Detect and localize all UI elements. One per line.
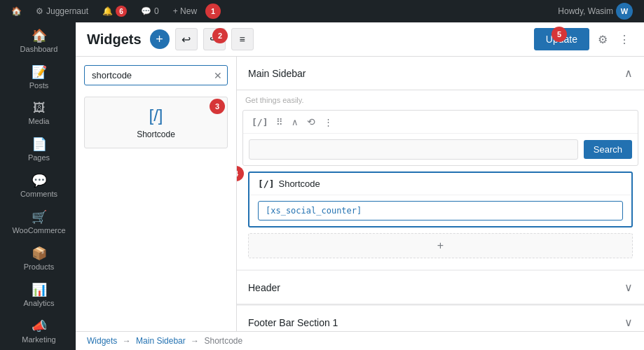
settings-button[interactable]: ⚙ <box>595 30 610 49</box>
transform-button[interactable]: ⟲ <box>304 113 318 130</box>
main-sidebar-title: Main Sidebar <box>248 68 306 79</box>
comments-icon: 💬 <box>32 173 47 188</box>
widget-panel: 3 ✕ [/] Shortcode <box>76 57 237 331</box>
redo-button[interactable]: ↪ <box>203 28 226 50</box>
sidebar-item-analytics[interactable]: 📊 Analytics <box>0 276 76 313</box>
footer-bar-1-section: Footer Bar Section 1 ∨ <box>237 306 644 331</box>
main-layout: 🏠 Dashboard 📝 Posts 🖼 Media 📄 Pages 💬 Co… <box>0 22 644 350</box>
main-sidebar-header[interactable]: Main Sidebar ∧ <box>237 57 644 90</box>
sidebar-item-label: Dashboard <box>20 45 58 53</box>
analytics-icon: 📊 <box>32 282 47 298</box>
sidebar: 🏠 Dashboard 📝 Posts 🖼 Media 📄 Pages 💬 Co… <box>0 22 76 350</box>
sidebar-item-label: Posts <box>29 81 49 90</box>
sidebar-item-dashboard[interactable]: 🏠 Dashboard <box>0 22 76 59</box>
avatar: W <box>616 3 633 20</box>
breadcrumb-shortcode: Shortcode <box>204 336 242 346</box>
sidebar-item-label: Pages <box>28 153 50 162</box>
admin-bar-site[interactable]: ⚙ Juggernaut <box>30 0 94 22</box>
admin-bar-wp[interactable]: 🏠 <box>6 0 27 22</box>
search-widget-toolbar: [/] ⠿ ∧ ⟲ ⋮ <box>243 111 638 134</box>
shortcode-block: 4 [/] Shortcode <box>248 172 633 227</box>
search-widget-block: [/] ⠿ ∧ ⟲ ⋮ Search <box>242 110 638 166</box>
chevron-up-icon: ∧ <box>624 66 633 80</box>
sidebar-item-label: WooCommerce <box>12 226 65 234</box>
footer-bar-1-header[interactable]: Footer Bar Section 1 ∨ <box>237 306 644 331</box>
sidebar-item-label: Products <box>24 262 54 271</box>
sidebar-item-pages[interactable]: 📄 Pages <box>0 131 76 167</box>
sidebar-item-label: Media <box>29 117 50 125</box>
drag-handle-button[interactable]: ⠿ <box>273 114 286 130</box>
sidebar-item-label: Marketing <box>22 335 55 344</box>
dashboard-icon: 🏠 <box>32 28 47 43</box>
sidebar-item-posts[interactable]: 📝 Posts <box>0 59 76 95</box>
pages-icon: 📄 <box>32 136 47 152</box>
top-bar: Widgets + 2 ↩ ↪ ≡ Update ⚙ ⋮ 5 <box>76 22 644 57</box>
woocommerce-icon: 🛒 <box>32 209 47 225</box>
breadcrumb-sep-1: → <box>123 336 131 346</box>
header-section: Header ∨ <box>237 271 644 304</box>
shortcode-block-body <box>249 195 631 226</box>
search-widget-button[interactable]: Search <box>584 140 632 159</box>
posts-icon: 📝 <box>32 64 47 80</box>
annotation-4: 4 <box>237 166 244 181</box>
comment-count: 0 <box>154 6 159 16</box>
sidebar-item-marketing[interactable]: 📣 Marketing <box>0 313 76 349</box>
move-up-button[interactable]: ∧ <box>289 114 301 130</box>
products-icon: 📦 <box>32 246 47 261</box>
notification-badge: 6 <box>116 6 127 17</box>
sidebar-item-media[interactable]: 🖼 Media <box>0 95 76 131</box>
breadcrumb-sep-2: → <box>191 336 199 346</box>
annotation-1: 1 <box>205 4 221 19</box>
marketing-icon: 📣 <box>32 318 47 334</box>
shortcode-block-title: Shortcode <box>278 178 320 189</box>
search-clear-button[interactable]: ✕ <box>214 70 222 81</box>
search-widget-area: Search <box>243 134 638 165</box>
howdy-text: Howdy, Wasim <box>558 6 613 16</box>
update-button[interactable]: Update <box>534 28 589 50</box>
notification-icon: 🔔 <box>102 6 113 16</box>
main-sidebar-content: Get things easily. [/] ⠿ ∧ ⟲ ⋮ <box>237 90 644 270</box>
admin-bar-comments[interactable]: 💬 0 <box>135 0 165 22</box>
kebab-menu-button[interactable]: ⋮ <box>616 30 633 49</box>
main-sidebar-section: Main Sidebar ∧ Get things easily. [/] ⠿ … <box>237 57 644 270</box>
breadcrumb-widgets[interactable]: Widgets <box>87 336 117 346</box>
more-button[interactable]: ≡ <box>231 28 254 50</box>
chevron-down-icon: ∨ <box>624 316 633 329</box>
footer-bar-1-title: Footer Bar Section 1 <box>248 317 338 328</box>
undo-button[interactable]: ↩ <box>175 28 198 50</box>
sidebar-editor: Main Sidebar ∧ Get things easily. [/] ⠿ … <box>237 57 644 331</box>
header-section-header[interactable]: Header ∨ <box>237 271 644 304</box>
admin-bar-notifications[interactable]: 🔔 6 <box>97 0 132 22</box>
breadcrumb: Widgets → Main Sidebar → Shortcode <box>76 331 644 350</box>
shortcode-icon: [/] <box>149 106 163 125</box>
add-block-button[interactable]: + <box>248 233 633 258</box>
wp-icon: 🏠 <box>11 6 22 16</box>
sidebar-item-label: Comments <box>20 190 57 198</box>
block-more-button[interactable]: ⋮ <box>321 114 336 130</box>
shortcode-block-header: [/] Shortcode <box>249 173 631 195</box>
split-pane: 3 ✕ [/] Shortcode Main Sidebar ∧ <box>76 57 644 331</box>
shortcode-input[interactable] <box>258 201 623 220</box>
shortcode-block-icon: [/] <box>258 178 274 189</box>
sidebar-item-label: Analytics <box>23 299 54 307</box>
search-input[interactable] <box>84 65 228 85</box>
search-widget-input[interactable] <box>249 139 578 160</box>
shortcode-icon-btn[interactable]: [/] <box>249 114 270 130</box>
admin-bar-howdy[interactable]: Howdy, Wasim W <box>552 0 638 22</box>
sidebar-item-products[interactable]: 📦 Products <box>0 240 76 276</box>
sidebar-item-comments[interactable]: 💬 Comments <box>0 167 76 204</box>
admin-bar-new[interactable]: + New <box>167 0 203 22</box>
sidebar-item-woocommerce[interactable]: 🛒 WooCommerce <box>0 204 76 240</box>
comment-icon: 💬 <box>141 6 151 16</box>
shortcode-widget-item[interactable]: [/] Shortcode <box>84 97 228 148</box>
page-title: Widgets <box>87 31 142 48</box>
add-widget-button[interactable]: + <box>150 29 170 49</box>
juggernaut-icon: ⚙ <box>36 6 43 16</box>
breadcrumb-main-sidebar[interactable]: Main Sidebar <box>136 336 186 346</box>
new-label: + New <box>173 6 197 16</box>
get-things-text: Get things easily. <box>242 96 638 107</box>
content-area: Widgets + 2 ↩ ↪ ≡ Update ⚙ ⋮ 5 3 ✕ <box>76 22 644 350</box>
site-name: Juggernaut <box>46 6 88 16</box>
search-box: ✕ <box>84 65 228 85</box>
shortcode-label: Shortcode <box>137 130 175 139</box>
